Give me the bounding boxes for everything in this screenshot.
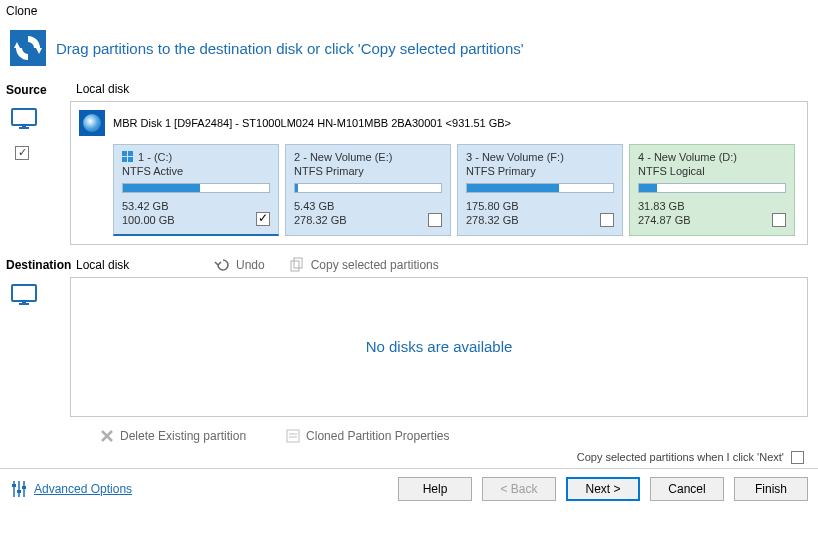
disk-icon (79, 110, 105, 136)
partition-sizes: 175.80 GB278.32 GB (466, 199, 614, 228)
partition-checkbox[interactable] (772, 213, 786, 227)
usage-bar (466, 183, 614, 193)
svg-rect-9 (294, 258, 302, 268)
svg-rect-1 (12, 109, 36, 125)
partition-checkbox[interactable] (256, 212, 270, 226)
clone-wizard-icon (10, 30, 46, 66)
usage-bar (638, 183, 786, 193)
partition-name: 3 - New Volume (F:) (466, 151, 614, 163)
partition-type: NTFS Primary (294, 165, 442, 177)
partition-checkbox[interactable] (600, 213, 614, 227)
header-instruction: Drag partitions to the destination disk … (56, 40, 524, 57)
svg-rect-6 (122, 157, 127, 162)
header: Drag partitions to the destination disk … (0, 22, 818, 78)
usage-bar (122, 183, 270, 193)
destination-label: Destination (0, 257, 70, 272)
partition-name: 1 - (C:) (122, 151, 270, 163)
svg-rect-5 (128, 151, 133, 156)
svg-rect-17 (12, 484, 16, 487)
partition-name: 4 - New Volume (D:) (638, 151, 786, 163)
partition-sizes: 53.42 GB100.00 GB (122, 199, 270, 228)
delete-partition-label: Delete Existing partition (120, 429, 246, 443)
close-icon (100, 429, 114, 443)
copy-selected-button[interactable]: Copy selected partitions (289, 257, 439, 273)
svg-rect-10 (12, 285, 36, 301)
partition-sizes: 5.43 GB278.32 GB (294, 199, 442, 228)
svg-rect-8 (291, 261, 299, 271)
copy-on-next-label: Copy selected partitions when I click 'N… (577, 451, 784, 463)
usage-bar (294, 183, 442, 193)
partition-checkbox[interactable] (428, 213, 442, 227)
properties-icon (286, 429, 300, 443)
partition-type: NTFS Logical (638, 165, 786, 177)
svg-rect-7 (128, 157, 133, 162)
partition-type: NTFS Primary (466, 165, 614, 177)
partition-properties-label: Cloned Partition Properties (306, 429, 449, 443)
partition-properties-button[interactable]: Cloned Partition Properties (286, 429, 449, 443)
svg-rect-21 (22, 486, 26, 489)
help-button[interactable]: Help (398, 477, 472, 501)
svg-rect-3 (22, 125, 26, 128)
partition-card[interactable]: 3 - New Volume (F:)NTFS Primary175.80 GB… (457, 144, 623, 236)
disk-title: MBR Disk 1 [D9FA2484] - ST1000LM024 HN-M… (113, 117, 511, 129)
windows-icon (122, 151, 134, 163)
computer-icon (10, 107, 38, 131)
copy-selected-label: Copy selected partitions (311, 258, 439, 272)
source-label: Source (0, 82, 70, 97)
copy-icon (289, 257, 305, 273)
partition-card[interactable]: 1 - (C:)NTFS Active53.42 GB100.00 GB (113, 144, 279, 236)
source-type: Local disk (70, 82, 129, 96)
undo-label: Undo (236, 258, 265, 272)
partition-card[interactable]: 2 - New Volume (E:)NTFS Primary5.43 GB27… (285, 144, 451, 236)
window-title: Clone (0, 0, 818, 22)
copy-on-next-option[interactable]: Copy selected partitions when I click 'N… (0, 449, 818, 469)
source-disk-panel: MBR Disk 1 [D9FA2484] - ST1000LM024 HN-M… (70, 101, 808, 245)
partition-name: 2 - New Volume (E:) (294, 151, 442, 163)
no-disks-message: No disks are available (366, 338, 513, 355)
destination-panel[interactable]: No disks are available (70, 277, 808, 417)
copy-on-next-checkbox[interactable] (791, 451, 804, 464)
sliders-icon (10, 480, 28, 498)
svg-rect-13 (287, 430, 299, 442)
finish-button[interactable]: Finish (734, 477, 808, 501)
cancel-button[interactable]: Cancel (650, 477, 724, 501)
undo-icon (214, 257, 230, 273)
computer-icon (10, 283, 38, 307)
undo-button[interactable]: Undo (214, 257, 265, 273)
svg-rect-19 (17, 490, 21, 493)
svg-rect-4 (122, 151, 127, 156)
source-disk-checkbox[interactable] (15, 146, 29, 160)
back-button[interactable]: < Back (482, 477, 556, 501)
advanced-options-link[interactable]: Advanced Options (34, 482, 132, 496)
partition-card[interactable]: 4 - New Volume (D:)NTFS Logical31.83 GB2… (629, 144, 795, 236)
partition-type: NTFS Active (122, 165, 270, 177)
partition-sizes: 31.83 GB274.87 GB (638, 199, 786, 228)
next-button[interactable]: Next > (566, 477, 640, 501)
destination-type: Local disk (70, 258, 190, 272)
delete-partition-button[interactable]: Delete Existing partition (100, 429, 246, 443)
svg-rect-12 (22, 301, 26, 304)
